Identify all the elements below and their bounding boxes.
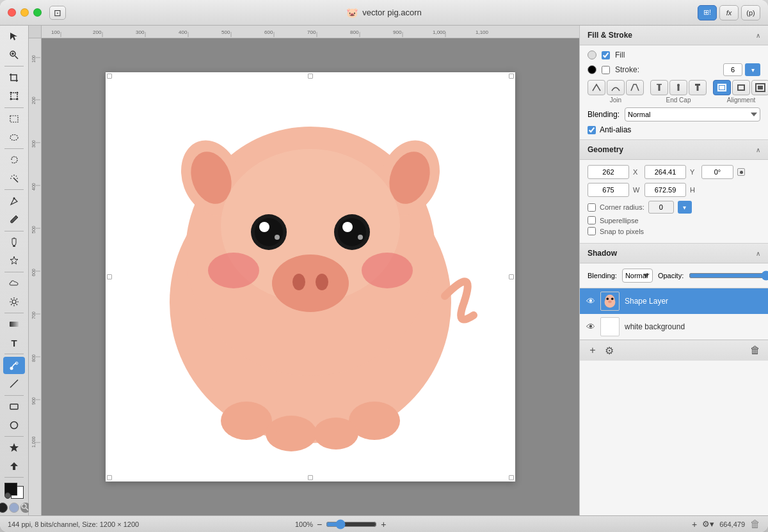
layer-eye-shape[interactable]: 👁 <box>586 296 595 306</box>
settings-button[interactable]: ⚙▾ <box>702 519 714 529</box>
y-input[interactable] <box>644 165 686 179</box>
star-tool[interactable] <box>3 252 25 269</box>
corner-radius-input[interactable] <box>648 201 674 214</box>
svg-point-34 <box>11 421 18 428</box>
zoom-slider[interactable] <box>326 519 377 529</box>
trash-button[interactable]: 🗑 <box>750 519 760 530</box>
minimize-button[interactable] <box>20 8 29 17</box>
snap-pixels-label: Snap to pixels <box>600 228 644 235</box>
fg-color-dot[interactable] <box>4 492 11 499</box>
align-center-button[interactable] <box>732 80 750 95</box>
cloud-tool[interactable] <box>3 275 25 292</box>
delete-layer-button[interactable]: 🗑 <box>749 344 762 357</box>
stroke-dropdown-button[interactable]: ▾ <box>745 63 760 76</box>
shadow-blending-select[interactable]: Normal Multiply <box>622 269 653 283</box>
selection-handle-tr[interactable] <box>509 74 514 79</box>
selection-handle-br[interactable] <box>509 475 514 480</box>
fill-label: Fill <box>615 51 625 59</box>
xy-row: X Y <box>588 165 760 179</box>
add-layer-button[interactable]: + <box>586 344 599 357</box>
zoom-tool[interactable] <box>3 47 25 64</box>
pen-tool[interactable] <box>3 192 25 210</box>
oval-shape-tool[interactable] <box>3 416 25 434</box>
p-panel-button[interactable]: (p) <box>741 5 760 20</box>
superellipse-label: Superellipse <box>600 217 639 224</box>
fx-panel-button[interactable]: fx <box>719 5 739 20</box>
maximize-button[interactable] <box>33 8 42 17</box>
geometry-content: X Y W H <box>580 160 768 243</box>
ellipse-select-tool[interactable] <box>3 129 25 146</box>
join-round-button[interactable] <box>607 80 625 95</box>
geometry-header[interactable]: Geometry ∧ <box>580 140 768 160</box>
close-button[interactable] <box>8 8 16 17</box>
antialias-checkbox[interactable] <box>588 126 596 134</box>
selection-handle-tl[interactable] <box>107 74 112 79</box>
brush-tool[interactable] <box>3 211 25 228</box>
selection-handle-right[interactable] <box>509 274 514 279</box>
layer-eye-bg[interactable]: 👁 <box>586 322 595 332</box>
rect-shape-tool[interactable] <box>3 398 25 416</box>
type-tool[interactable]: T <box>3 334 25 352</box>
svg-text:700: 700 <box>31 311 36 319</box>
superellipse-checkbox[interactable] <box>588 216 596 224</box>
end-cap-round-button[interactable] <box>669 80 687 95</box>
transform-tool[interactable] <box>3 88 25 105</box>
corner-radius-dropdown[interactable]: ▾ <box>678 201 692 214</box>
join-bevel-button[interactable] <box>626 80 644 95</box>
star-shape-tool[interactable] <box>3 439 25 457</box>
blue-color[interactable] <box>9 503 19 513</box>
fill-checkbox[interactable] <box>602 51 610 59</box>
svg-point-16 <box>13 197 15 199</box>
stroke-value-input[interactable] <box>723 63 742 76</box>
w-input[interactable] <box>588 183 629 197</box>
corner-radius-checkbox[interactable] <box>588 203 596 212</box>
shadow-opacity-slider[interactable] <box>689 270 768 281</box>
bezier-tool[interactable] <box>3 357 25 374</box>
crop-tool[interactable] <box>3 69 25 86</box>
layers-panel-button[interactable]: ⊞! <box>698 5 717 20</box>
arrow-shape-tool[interactable] <box>3 458 25 475</box>
rect-select-tool[interactable] <box>3 111 25 128</box>
align-inside-button[interactable] <box>713 80 731 95</box>
magic-wand-tool[interactable] <box>3 170 25 187</box>
layer-thumb-bg <box>600 317 620 336</box>
gradient-tool[interactable] <box>3 316 25 333</box>
snap-pixels-checkbox[interactable] <box>588 227 596 235</box>
fill-stroke-header[interactable]: Fill & Stroke ∧ <box>580 26 768 45</box>
sidebar-toggle-button[interactable]: ⊡ <box>49 6 66 20</box>
join-miter-button[interactable] <box>588 80 605 95</box>
join-label: Join <box>610 97 621 104</box>
paint-bucket-tool[interactable] <box>3 233 25 251</box>
layer-settings-button[interactable]: ⚙ <box>603 344 616 357</box>
layer-row-shape[interactable]: 👁 Shape Layer <box>580 288 768 314</box>
canvas-area[interactable]: 100 200 300 400 500 600 700 800 <box>29 26 579 515</box>
selection-handle-bl[interactable] <box>107 475 112 480</box>
svg-text:300: 300 <box>136 29 145 35</box>
selection-handle-left[interactable] <box>107 274 112 279</box>
zoom-out-button[interactable]: − <box>317 519 322 529</box>
end-cap-square-button[interactable] <box>689 80 707 95</box>
add-button[interactable]: + <box>692 519 697 529</box>
selection-handle-bottom[interactable] <box>308 475 313 480</box>
black-color[interactable] <box>0 503 8 513</box>
layer-row-bg[interactable]: 👁 white background <box>580 314 768 340</box>
canvas-viewport[interactable] <box>42 38 579 515</box>
lasso-tool[interactable] <box>3 152 25 169</box>
stroke-checkbox[interactable] <box>602 66 610 74</box>
svg-point-97 <box>208 253 259 288</box>
line-tool[interactable] <box>3 375 25 393</box>
x-input[interactable] <box>588 165 629 179</box>
canvas-white[interactable] <box>106 72 515 481</box>
zoom-in-button[interactable]: + <box>381 519 386 529</box>
h-input[interactable] <box>644 183 686 197</box>
arrow-tool[interactable] <box>3 28 25 45</box>
align-outside-button[interactable] <box>751 80 768 95</box>
sun-tool[interactable] <box>3 293 25 310</box>
end-cap-butt-button[interactable] <box>650 80 668 95</box>
blending-select[interactable]: Normal Multiply Screen Overlay <box>625 107 760 121</box>
angle-input[interactable] <box>701 165 733 179</box>
selection-handle-top[interactable] <box>308 74 313 79</box>
shadow-header[interactable]: Shadow ∧ <box>580 244 768 263</box>
anchor-point-control[interactable] <box>737 168 745 176</box>
shadow-blending-label: Blending: <box>588 272 617 279</box>
